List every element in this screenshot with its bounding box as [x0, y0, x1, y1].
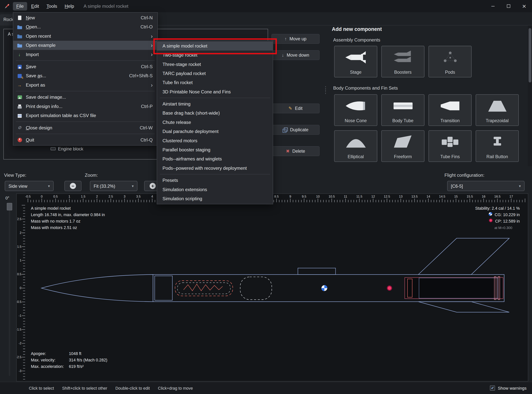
menu-item-import[interactable]: Import	[13, 50, 157, 59]
vertical-ruler: 2.521.510.50-0.5-1-1.5-2-2.5-3	[17, 194, 26, 381]
zoom-label: Zoom:	[85, 173, 98, 178]
max-acceleration-row: Max. acceleration:619 ft/s²	[31, 363, 107, 370]
menu-item-close-design[interactable]: Close designCtrl-W	[13, 123, 157, 132]
menubar-help[interactable]: Help	[61, 2, 77, 10]
rocket-name: A simple model rocket	[31, 205, 105, 212]
component-button-rail-button[interactable]: Rail Button	[476, 130, 519, 162]
move-down-button[interactable]: ↓Move down	[271, 50, 320, 60]
svg-text:14.5: 14.5	[439, 195, 445, 198]
close-design-icon	[17, 125, 23, 130]
submenu-item-pods-powered-with-recovery-deployment[interactable]: Pods--powered with recovery deployment	[157, 163, 273, 173]
panel-drag-handle[interactable]: ⋮⋮	[323, 87, 327, 93]
add-component-panel: Add new component Assembly ComponentsSta…	[329, 25, 527, 166]
menu-item-save-as[interactable]: Save as...Ctrl+Shift-S	[13, 71, 157, 80]
rocket-info-block: A simple model rocket Length 16.748 in, …	[31, 205, 105, 231]
submenu-item-two-stage-rocket[interactable]: Two-stage rocket	[157, 51, 273, 60]
submenu-item-parallel-booster-staging[interactable]: Parallel booster staging	[157, 145, 273, 154]
submenu-arrow-icon	[151, 82, 153, 88]
submenu-item-tube-fin-rocket[interactable]: Tube fin rocket	[157, 78, 273, 87]
flight-config-select[interactable]: [C6-5]	[447, 181, 524, 191]
component-button-body-tube[interactable]: Body Tube	[382, 94, 425, 126]
svg-text:1.5: 1.5	[17, 245, 21, 248]
submenu-item-3d-printable-nose-cone-and-fins[interactable]: 3D Printable Nose Cone and Fins	[157, 87, 273, 96]
svg-text:-3: -3	[19, 369, 21, 373]
zoom-in-icon	[150, 183, 156, 189]
menu-shortcut: Ctrl+Shift-S	[121, 73, 153, 78]
svg-text:4: 4	[151, 195, 153, 198]
menu-item-open-recent[interactable]: Open recent	[13, 32, 157, 41]
menu-item-new[interactable]: NewCtrl-N	[13, 13, 157, 22]
view-type-select[interactable]: Side view	[5, 181, 54, 191]
rocket-length: Length 16.748 in, max. diameter 0.984 in	[31, 212, 105, 218]
menubar-file[interactable]: File	[13, 2, 27, 10]
submenu-arrow-icon	[151, 52, 153, 57]
component-button-trapezoidal[interactable]: Trapezoidal	[476, 94, 519, 126]
close-button[interactable]	[517, 0, 532, 12]
menu-item-save-decal-image[interactable]: Save decal image...	[13, 93, 157, 102]
component-button-freeform[interactable]: Freeform	[382, 130, 425, 162]
minimize-button[interactable]	[485, 0, 501, 12]
submenu-item-clustered-motors[interactable]: Clustered motors	[157, 136, 273, 145]
submenu-item-tarc-payload-rocket[interactable]: TARC payload rocket	[157, 69, 273, 78]
component-button-transition[interactable]: Transition	[429, 94, 472, 126]
component-button-nose-cone[interactable]: Nose Cone	[334, 94, 377, 126]
svg-text:0.5: 0.5	[17, 272, 21, 276]
menu-item-print-design-info[interactable]: Print design info...Ctrl-P	[13, 102, 157, 111]
delete-button[interactable]: ✖Delete	[271, 146, 320, 156]
submenu-item-a-simple-model-rocket[interactable]: A simple model rocket	[157, 41, 273, 51]
duplicate-button[interactable]: Duplicate	[271, 125, 320, 135]
chevron-down-icon	[516, 184, 521, 188]
close-icon	[522, 2, 526, 10]
rocket-design-canvas[interactable]: -0.500.511.522.533.544.555.566.577.588.5…	[16, 193, 528, 381]
component-button-tube-fins[interactable]: Tube Fins	[429, 130, 472, 162]
svg-text:15: 15	[454, 195, 458, 198]
maximize-button[interactable]	[501, 0, 516, 12]
submenu-item-simulation-extensions[interactable]: Simulation extensions	[157, 185, 273, 194]
svg-text:16: 16	[482, 195, 486, 198]
tree-item-engine-block[interactable]: Engine block	[51, 146, 83, 151]
submenu-item-dual-parachute-deployment[interactable]: Dual parachute deployment	[157, 127, 273, 136]
save-as-icon	[17, 73, 23, 79]
menu-item-open-example[interactable]: Open example	[13, 41, 157, 50]
stability-row: Stability: 2.4 cal / 14.1 %	[475, 205, 520, 212]
zoom-select[interactable]: Fit (33.2%)	[90, 181, 138, 191]
rotation-slider-thumb[interactable]	[7, 203, 12, 210]
new-document-icon	[17, 15, 23, 21]
submenu-item-pods-airframes-and-winglets[interactable]: Pods--airframes and winglets	[157, 154, 273, 163]
menu-item-save[interactable]: SaveCtrl-S	[13, 62, 157, 71]
open-example-icon	[17, 43, 23, 48]
trapezoidal-icon	[476, 95, 518, 117]
menu-item-export-as[interactable]: Export as	[13, 81, 157, 90]
submenu-item-chute-release[interactable]: Chute release	[157, 118, 273, 127]
menu-item-open[interactable]: Open...Ctrl-O	[13, 22, 157, 31]
menu-item-export-simulation-table-as-csv-file[interactable]: Export simulation table as CSV file	[13, 111, 157, 120]
cp-icon	[489, 218, 493, 225]
nose-cone-icon	[335, 95, 377, 117]
submenu-item-airstart-timing[interactable]: Airstart timing	[157, 99, 273, 109]
zoom-out-button[interactable]	[64, 181, 82, 191]
menubar-edit[interactable]: Edit	[28, 2, 42, 10]
scrollbar-thumb[interactable]	[529, 28, 531, 83]
minimize-icon	[491, 3, 495, 10]
menubar-tools[interactable]: Tools	[43, 2, 61, 10]
move-up-button[interactable]: ↑Move up	[271, 34, 320, 44]
svg-text:10: 10	[316, 195, 320, 198]
rotation-slider[interactable]	[7, 203, 12, 376]
tube-fins-icon	[429, 131, 471, 153]
csv-icon	[17, 113, 23, 118]
component-button-pods[interactable]: Pods	[429, 46, 472, 78]
edit-button[interactable]: ✎Edit	[271, 104, 320, 113]
submenu-item-presets[interactable]: Presets	[157, 176, 273, 185]
submenu-item-simulation-scripting[interactable]: Simulation scripting	[157, 194, 273, 203]
component-button-stage[interactable]: Stage	[334, 46, 377, 78]
component-button-boosters[interactable]: Boosters	[382, 46, 425, 78]
menu-item-quit[interactable]: QuitCtrl-Q	[13, 135, 157, 145]
show-warnings-checkbox[interactable]	[490, 385, 495, 391]
hint-click-to-select: Click to select	[29, 386, 54, 390]
submenu-item-three-stage-rocket[interactable]: Three-stage rocket	[157, 60, 273, 69]
vertical-scrollbar[interactable]	[528, 25, 532, 166]
submenu-item-base-drag-hack-short-wide[interactable]: Base drag hack (short-wide)	[157, 109, 273, 118]
component-button-elliptical[interactable]: Elliptical	[334, 130, 377, 162]
submenu-arrow-icon	[151, 33, 153, 39]
menu-shortcut: Ctrl-O	[132, 24, 153, 30]
